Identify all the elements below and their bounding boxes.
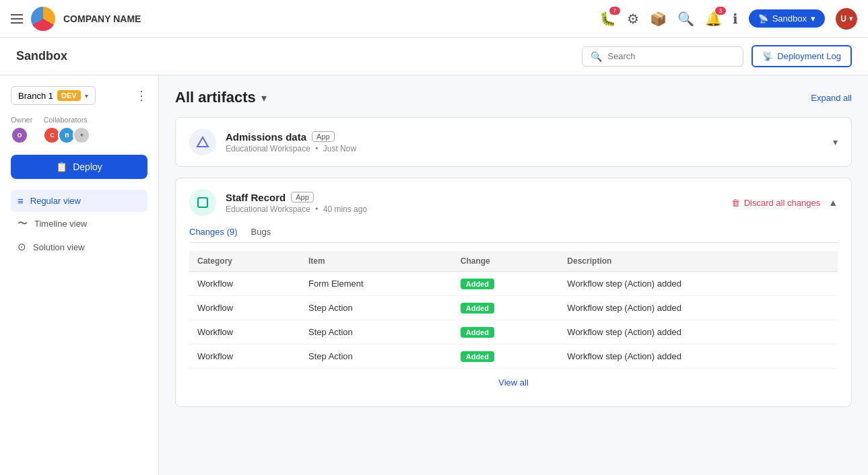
cell-change: Added	[453, 296, 560, 320]
staff-name: Staff Record	[226, 192, 286, 203]
secondary-header-right: 🔍 📡 Deployment Log	[582, 45, 852, 67]
admissions-expand-icon[interactable]: ▾	[833, 137, 838, 147]
sidebar-item-solution-view[interactable]: ⊙ Solution view	[11, 235, 147, 258]
trash-icon: 🗑	[731, 198, 740, 208]
cell-description: Workflow step (Action) added	[559, 296, 838, 320]
info-icon[interactable]: ℹ	[733, 11, 738, 27]
search-box-icon: 🔍	[591, 51, 602, 62]
collaborators-section: Collaborators C B +	[43, 116, 90, 144]
sidebar-item-timeline-view[interactable]: 〜 Timeline view	[11, 212, 147, 235]
cell-description: Workflow step (Action) added	[559, 272, 838, 296]
sidebar-item-regular-view[interactable]: ≡ Regular view	[11, 190, 147, 212]
cell-category: Workflow	[189, 320, 300, 344]
table-row: Workflow Step Action Added Workflow step…	[189, 320, 838, 344]
company-logo	[31, 7, 55, 31]
staff-collapse-icon[interactable]: ▲	[828, 197, 838, 208]
svg-marker-0	[197, 137, 208, 147]
cell-change: Added	[453, 320, 560, 344]
sidebar: Branch 1 DEV ▾ ⋮ Owner O Collaborators C…	[0, 75, 159, 475]
branch-row: Branch 1 DEV ▾ ⋮	[11, 86, 147, 105]
branch-chevron-icon: ▾	[85, 92, 88, 100]
artifact-admissions-header: Admissions data App Educational Workspac…	[176, 118, 851, 166]
people-row: Owner O Collaborators C B +	[11, 116, 147, 144]
artifact-staff-left: Staff Record App Educational Workspace •…	[189, 189, 367, 216]
artifacts-title: All artifacts	[175, 89, 256, 106]
artifact-staff-header: Staff Record App Educational Workspace •…	[176, 178, 851, 227]
cell-change: Added	[453, 272, 560, 296]
bugs-tab[interactable]: Bugs	[251, 227, 271, 237]
col-item: Item	[300, 251, 453, 272]
artifact-staff-record: Staff Record App Educational Workspace •…	[175, 178, 852, 407]
staff-app-tag: App	[291, 192, 314, 203]
solution-view-icon: ⊙	[18, 241, 26, 253]
admissions-artifact-icon	[189, 129, 216, 155]
cell-item: Step Action	[300, 296, 453, 320]
cell-category: Workflow	[189, 272, 300, 296]
collaborator-avatars: C B +	[43, 126, 90, 144]
bug-icon[interactable]: 🐛 7	[599, 11, 616, 27]
user-avatar[interactable]: U ▾	[836, 8, 857, 30]
cell-item: Step Action	[300, 320, 453, 344]
cell-item: Form Element	[300, 272, 453, 296]
owner-label: Owner	[11, 116, 32, 124]
artifact-admissions-data: Admissions data App Educational Workspac…	[175, 117, 852, 167]
col-change: Change	[453, 251, 560, 272]
changes-table: Category Item Change Description Workflo…	[189, 251, 838, 369]
search-input[interactable]	[607, 51, 735, 61]
sandbox-dropdown-button[interactable]: 📡 Sandbox ▾	[749, 9, 825, 28]
bug-badge: 7	[609, 7, 620, 15]
main-layout: Branch 1 DEV ▾ ⋮ Owner O Collaborators C…	[0, 75, 868, 475]
admissions-name: Admissions data	[226, 131, 306, 143]
topnav-right: 🐛 7 ⚙ 📦 🔍 🔔 3 ℹ 📡 Sandbox ▾ U ▾	[599, 8, 857, 30]
settings-icon[interactable]: ⚙	[627, 11, 639, 27]
deployment-log-icon: 📡	[762, 51, 773, 61]
timeline-view-icon: 〜	[18, 217, 28, 230]
changes-section: Changes (9) Bugs Category Item Change De…	[176, 227, 851, 406]
cell-description: Workflow step (Action) added	[559, 344, 838, 369]
changes-tab[interactable]: Changes (9)	[189, 227, 238, 237]
artifact-admissions-left: Admissions data App Educational Workspac…	[189, 129, 356, 155]
changes-tabs: Changes (9) Bugs	[189, 227, 838, 243]
staff-right: 🗑 Discard all changes ▲	[731, 197, 838, 208]
artifacts-header: All artifacts ▾ Expand all	[175, 89, 852, 106]
regular-view-icon: ≡	[18, 195, 24, 207]
branch-more-icon[interactable]: ⋮	[135, 88, 147, 103]
cell-category: Workflow	[189, 344, 300, 369]
staff-info: Staff Record App Educational Workspace •…	[226, 192, 367, 214]
topnav-left: COMPANY NAME	[11, 7, 141, 31]
admissions-app-tag: App	[312, 131, 335, 142]
cell-category: Workflow	[189, 296, 300, 320]
admissions-right: ▾	[833, 137, 838, 147]
collaborator-avatar-3[interactable]: +	[73, 126, 90, 144]
branch-dropdown-button[interactable]: Branch 1 DEV ▾	[11, 86, 96, 105]
alert-icon[interactable]: 🔔 3	[705, 11, 722, 27]
hamburger-menu[interactable]	[11, 14, 23, 24]
deployment-log-button[interactable]: 📡 Deployment Log	[752, 45, 852, 67]
secondary-header: Sandbox 🔍 📡 Deployment Log	[0, 38, 868, 75]
table-row: Workflow Step Action Added Workflow step…	[189, 296, 838, 320]
view-all-link[interactable]: View all	[498, 377, 529, 388]
expand-all-button[interactable]: Expand all	[811, 93, 852, 103]
avatar-chevron-icon: ▾	[849, 15, 853, 22]
artifacts-dropdown-icon[interactable]: ▾	[261, 92, 267, 104]
alert-badge: 3	[715, 7, 726, 15]
owner-section: Owner O	[11, 116, 32, 144]
table-row: Workflow Step Action Added Workflow step…	[189, 344, 838, 369]
collaborators-label: Collaborators	[43, 116, 90, 124]
cell-description: Workflow step (Action) added	[559, 320, 838, 344]
owner-avatar[interactable]: O	[11, 126, 28, 144]
deploy-button[interactable]: 📋 Deploy	[11, 155, 147, 179]
discard-all-changes-button[interactable]: 🗑 Discard all changes	[731, 198, 820, 208]
table-header-row: Category Item Change Description	[189, 251, 838, 272]
admissions-meta: Educational Workspace • Just Now	[226, 144, 356, 153]
owner-avatars: O	[11, 126, 32, 144]
col-description: Description	[559, 251, 838, 272]
box-icon[interactable]: 📦	[650, 11, 667, 27]
search-box[interactable]: 🔍	[582, 46, 743, 67]
staff-meta: Educational Workspace • 40 mins ago	[226, 205, 367, 214]
company-name: COMPANY NAME	[63, 13, 141, 24]
page-title: Sandbox	[16, 49, 67, 63]
search-icon[interactable]: 🔍	[677, 11, 694, 27]
branch-label: Branch 1	[18, 91, 53, 101]
cell-change: Added	[453, 344, 560, 369]
